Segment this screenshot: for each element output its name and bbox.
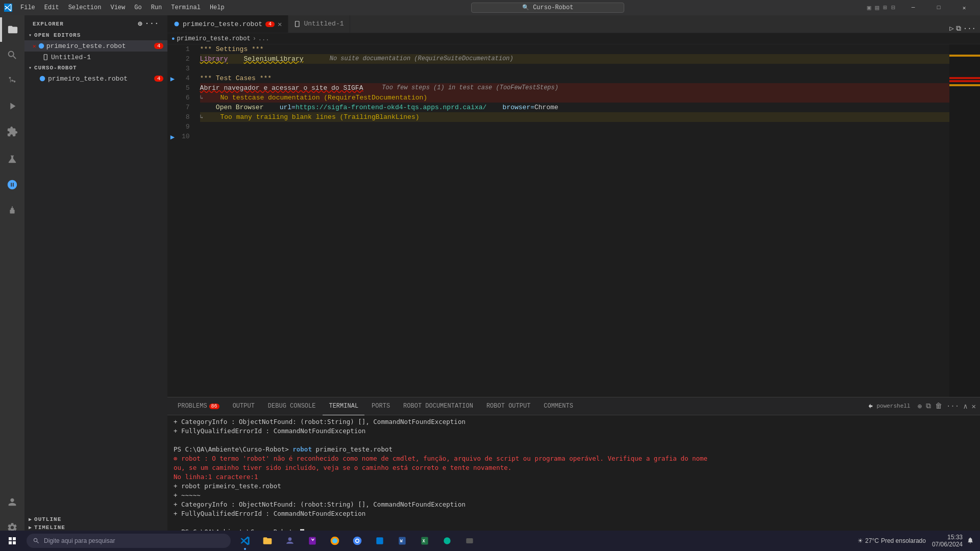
taskbar-teams[interactable]: [280, 531, 300, 551]
activity-python[interactable]: [0, 172, 24, 197]
new-file-icon[interactable]: ⊕: [138, 19, 142, 28]
open-editor-item-untitled[interactable]: Untitled-1: [24, 52, 167, 63]
taskbar-app7[interactable]: [370, 531, 390, 551]
title-bar-left: File Edit Selection View Go Run Terminal…: [4, 3, 229, 12]
panel-close-icon[interactable]: ✕: [972, 402, 976, 411]
activity-search[interactable]: [0, 43, 24, 67]
activity-account[interactable]: [0, 490, 24, 514]
menu-file[interactable]: File: [16, 3, 39, 12]
title-bar: File Edit Selection View Go Run Terminal…: [0, 0, 980, 15]
taskbar-app11[interactable]: [459, 531, 480, 551]
svg-point-1: [11, 211, 12, 212]
layout-btn-2[interactable]: ▤: [875, 4, 879, 12]
taskbar-chrome[interactable]: [347, 531, 368, 551]
project-section[interactable]: ▾ CURSO-ROBOT: [24, 63, 167, 73]
line-numbers: 1 2 3 4 5 6 7 8 9 10: [178, 44, 198, 397]
svg-text:W: W: [400, 539, 403, 544]
split-terminal-icon[interactable]: ⧉: [926, 402, 931, 410]
activity-test[interactable]: [0, 147, 24, 171]
open-editors-section[interactable]: ▾ OPEN EDITORS: [24, 30, 167, 40]
svg-rect-10: [296, 21, 300, 27]
more-terminal-icon[interactable]: ···: [946, 402, 959, 410]
run-button[interactable]: ▷: [949, 24, 953, 33]
open-editors-chevron: ▾: [29, 32, 32, 38]
open-editor-untitled: Untitled-1: [51, 54, 91, 61]
global-search-bar[interactable]: 🔍 Curso-Robot: [471, 3, 624, 13]
taskbar-paint[interactable]: [437, 531, 457, 551]
menu-terminal[interactable]: Terminal: [167, 3, 205, 12]
menu-help[interactable]: Help: [206, 3, 229, 12]
menu-selection[interactable]: Selection: [64, 3, 106, 12]
taskbar-firefox[interactable]: [325, 531, 345, 551]
activity-source-control[interactable]: [0, 68, 24, 93]
code-line-2: Library SeleniumLibrary No suite documen…: [200, 54, 949, 64]
svg-rect-19: [9, 537, 12, 540]
svg-rect-3: [11, 208, 14, 210]
panel-tab-debug[interactable]: DEBUG CONSOLE: [262, 397, 322, 415]
run-test-btn-2[interactable]: ▶: [167, 133, 178, 142]
code-content[interactable]: *** Settings *** Library SeleniumLibrary…: [198, 44, 949, 397]
term-line-9: + ~~~~~: [174, 491, 974, 500]
timeline-chevron: ▶: [29, 524, 32, 531]
tab-primeiro-teste[interactable]: primeiro_teste.robot 4 ✕: [167, 15, 288, 33]
explorer-header: EXPLORER ⊕ ···: [24, 15, 167, 30]
panel-tab-robot-output[interactable]: ROBOT OUTPUT: [480, 397, 536, 415]
project-file-item[interactable]: primeiro_teste.robot 4: [24, 73, 167, 84]
panel-tab-problems[interactable]: PROBLEMS 86: [172, 397, 226, 415]
panel-tab-terminal[interactable]: TERMINAL: [323, 397, 364, 415]
activity-run[interactable]: [0, 94, 24, 118]
menu-go[interactable]: Go: [130, 3, 145, 12]
panel-tab-output[interactable]: OUTPUT: [227, 397, 261, 415]
taskbar-onenote[interactable]: [302, 531, 323, 551]
weather-temp: 27°C: [865, 537, 879, 544]
split-editor-icon[interactable]: ⧉: [956, 24, 961, 33]
taskbar-search[interactable]: Digite aqui para pesquisar: [27, 534, 231, 548]
taskbar-excel[interactable]: X: [414, 531, 435, 551]
start-button[interactable]: [2, 531, 22, 551]
taskbar-notification-icon[interactable]: [967, 537, 974, 545]
run-test-btn-1[interactable]: ▶: [167, 74, 178, 84]
term-line-2: + FullyQualifiedErrorId : CommandNotFoun…: [174, 427, 974, 436]
terminal-content: + CategoryInfo : ObjectNotFound: (robot:…: [167, 415, 980, 540]
taskbar-weather[interactable]: ☀ 27°C Pred ensolarado: [855, 535, 928, 546]
more-tab-actions-icon[interactable]: ···: [963, 24, 976, 33]
breadcrumb-filename[interactable]: primeiro_teste.robot: [177, 35, 251, 42]
taskbar-clock[interactable]: 15:33 07/06/2024: [932, 534, 963, 548]
taskbar-search-placeholder: Digite aqui para pesquisar: [44, 537, 115, 544]
minimize-button[interactable]: ─: [901, 0, 925, 15]
menu-edit[interactable]: Edit: [40, 3, 63, 12]
code-line-1: *** Settings ***: [200, 44, 949, 54]
tab-close-icon[interactable]: ✕: [278, 20, 282, 29]
menu-view[interactable]: View: [106, 3, 129, 12]
new-terminal-icon[interactable]: ⊕: [917, 402, 921, 411]
taskbar-explorer[interactable]: [257, 531, 278, 551]
open-editor-item-primeiro[interactable]: ✕ primeiro_teste.robot 4: [24, 40, 167, 52]
close-dirty-icon[interactable]: ✕: [33, 43, 36, 49]
menu-run[interactable]: Run: [147, 3, 166, 12]
layout-btn-1[interactable]: ▣: [867, 4, 871, 12]
more-options-icon[interactable]: ···: [145, 19, 159, 28]
activity-extensions[interactable]: [0, 119, 24, 144]
close-button[interactable]: ✕: [952, 0, 976, 15]
outline-section[interactable]: ▶ OUTLINE: [24, 515, 167, 523]
taskbar-vscode[interactable]: [235, 531, 255, 551]
activity-explorer[interactable]: [0, 17, 24, 42]
taskbar-word[interactable]: W: [392, 531, 412, 551]
panel-tab-comments[interactable]: COMMENTS: [537, 397, 579, 415]
layout-btn-3[interactable]: ⊞: [883, 4, 887, 12]
kill-terminal-icon[interactable]: 🗑: [935, 402, 942, 410]
breadcrumb-rest[interactable]: ...: [258, 35, 270, 42]
restore-button[interactable]: □: [927, 0, 950, 15]
panel-tab-robot-docs[interactable]: ROBOT DOCUMENTATION: [397, 397, 479, 415]
activity-robot[interactable]: [0, 198, 24, 222]
panel-tab-ports[interactable]: PORTS: [365, 397, 396, 415]
terminal-panel: PROBLEMS 86 OUTPUT DEBUG CONSOLE TERMINA…: [167, 397, 980, 540]
code-line-9: [200, 122, 949, 132]
svg-point-23: [288, 537, 292, 541]
layout-btn-4[interactable]: ⊟: [891, 4, 895, 12]
taskbar-apps: W X: [235, 531, 480, 551]
panel-collapse-icon[interactable]: ∧: [963, 402, 967, 411]
tab-untitled[interactable]: Untitled-1: [288, 15, 350, 33]
robot-file-icon-2: [39, 75, 46, 82]
tab-actions: ▷ ⧉ ···: [949, 24, 980, 33]
